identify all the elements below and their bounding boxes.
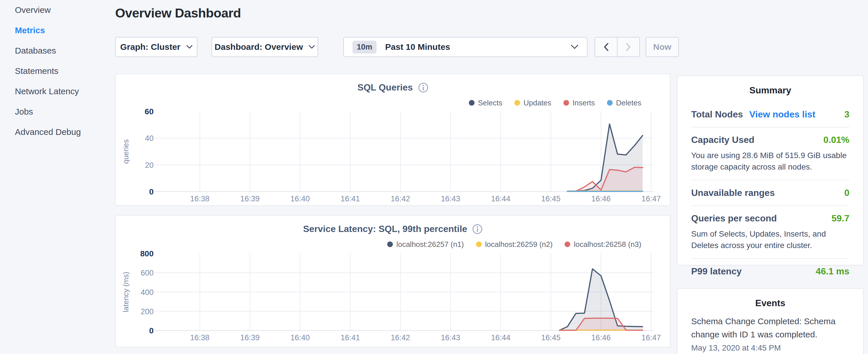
summary-panel: Summary Total Nodes View nodes list 3 Ca… — [677, 75, 864, 265]
svg-text:0: 0 — [149, 326, 154, 335]
svg-text:16:44: 16:44 — [491, 333, 510, 342]
capacity-used-label: Capacity Used — [691, 135, 754, 145]
sidebar-item-advanced-debug[interactable]: Advanced Debug — [15, 126, 110, 138]
chevron-down-icon — [571, 45, 578, 49]
p99-latency-value: 46.1 ms — [816, 266, 849, 277]
svg-text:16:40: 16:40 — [290, 333, 310, 342]
svg-text:40: 40 — [145, 134, 154, 142]
graph-dropdown-label: Graph: Cluster — [120, 42, 180, 52]
sidebar: Overview Metrics Databases Statements Ne… — [15, 4, 110, 146]
svg-text:16:46: 16:46 — [591, 333, 611, 342]
svg-text:16:47: 16:47 — [641, 333, 661, 342]
sidebar-item-metrics[interactable]: Metrics — [15, 24, 110, 37]
total-nodes-value: 3 — [844, 109, 849, 120]
chevron-down-icon — [309, 45, 315, 49]
svg-text:16:38: 16:38 — [190, 194, 210, 203]
sidebar-item-overview[interactable]: Overview — [15, 4, 110, 16]
svg-text:16:40: 16:40 — [290, 194, 310, 203]
total-nodes-row: Total Nodes View nodes list 3 — [691, 102, 849, 127]
unavailable-ranges-label: Unavailable ranges — [691, 188, 775, 198]
queries-per-second-value: 59.7 — [832, 213, 849, 224]
svg-text:latency (ms): latency (ms) — [122, 272, 130, 313]
prev-interval-button[interactable] — [595, 37, 618, 57]
now-button-label: Now — [653, 42, 671, 52]
time-range-label: Past 10 Minutes — [385, 42, 571, 52]
sql-queries-chart: 16:3816:3916:4016:4116:4216:4316:4416:45… — [116, 74, 671, 206]
events-panel: Events Schema Change Completed: Schema c… — [677, 288, 864, 354]
svg-text:16:46: 16:46 — [591, 194, 611, 203]
queries-per-second-description: Sum of Selects, Updates, Inserts, and De… — [691, 228, 849, 251]
summary-title: Summary — [691, 85, 849, 96]
events-title: Events — [691, 298, 849, 309]
p99-latency-label: P99 latency — [691, 266, 742, 277]
service-latency-panel: Service Latency: SQL, 99th percentile lo… — [115, 215, 671, 347]
svg-text:16:44: 16:44 — [491, 194, 510, 203]
chevron-right-icon — [626, 43, 631, 51]
sidebar-item-jobs[interactable]: Jobs — [15, 105, 110, 118]
service-latency-chart: 16:3816:3916:4016:4116:4216:4316:4416:45… — [116, 216, 671, 348]
svg-text:20: 20 — [145, 161, 154, 169]
svg-text:16:45: 16:45 — [541, 194, 560, 203]
svg-text:16:41: 16:41 — [340, 194, 360, 203]
unavailable-ranges-value: 0 — [844, 188, 849, 198]
sidebar-item-statements[interactable]: Statements — [15, 65, 110, 77]
time-range-badge: 10m — [352, 41, 376, 54]
svg-text:600: 600 — [141, 269, 154, 277]
graph-dropdown[interactable]: Graph: Cluster — [115, 37, 197, 57]
svg-text:400: 400 — [141, 288, 154, 297]
unavailable-ranges-row: Unavailable ranges 0 — [691, 181, 849, 206]
sidebar-item-network-latency[interactable]: Network Latency — [15, 85, 110, 98]
sidebar-item-databases[interactable]: Databases — [15, 44, 110, 57]
svg-text:200: 200 — [141, 307, 154, 316]
svg-text:16:45: 16:45 — [541, 333, 560, 342]
time-step-buttons — [595, 37, 640, 57]
svg-text:16:47: 16:47 — [641, 194, 661, 203]
svg-text:60: 60 — [145, 107, 154, 116]
capacity-used-value: 0.01% — [823, 135, 849, 145]
queries-per-second-label: Queries per second — [691, 213, 777, 224]
svg-text:16:41: 16:41 — [340, 333, 360, 342]
capacity-used-description: You are using 28.6 MiB of 515.9 GiB usab… — [691, 150, 849, 173]
svg-text:16:38: 16:38 — [190, 333, 210, 342]
event-text: Schema Change Completed: Schema change w… — [691, 315, 849, 341]
next-interval-button[interactable] — [618, 37, 639, 57]
total-nodes-label: Total Nodes — [691, 109, 743, 120]
dashboard-dropdown[interactable]: Dashboard: Overview — [212, 37, 318, 57]
svg-text:16:43: 16:43 — [441, 333, 460, 342]
queries-per-second-row: Queries per second 59.7 Sum of Selects, … — [691, 206, 849, 259]
capacity-used-row: Capacity Used 0.01% You are using 28.6 M… — [691, 127, 849, 181]
p99-latency-row: P99 latency 46.1 ms — [691, 259, 849, 284]
svg-text:16:42: 16:42 — [391, 333, 410, 342]
event-list-item[interactable]: Schema Change Completed: Schema change w… — [691, 315, 849, 353]
dashboard-dropdown-label: Dashboard: Overview — [215, 42, 303, 52]
page-title: Overview Dashboard — [115, 6, 241, 21]
svg-text:16:43: 16:43 — [441, 194, 460, 203]
sql-queries-panel: SQL Queries SelectsUpdatesInsertsDeletes… — [115, 74, 671, 206]
chevron-down-icon — [186, 45, 192, 49]
time-range-dropdown[interactable]: 10m Past 10 Minutes — [343, 37, 587, 57]
event-timestamp: May 13, 2020 at 4:45 PM — [691, 344, 849, 353]
view-nodes-list-link[interactable]: View nodes list — [749, 109, 815, 120]
svg-text:16:39: 16:39 — [240, 333, 260, 342]
now-button[interactable]: Now — [646, 37, 679, 57]
svg-text:800: 800 — [140, 249, 154, 258]
svg-text:0: 0 — [149, 187, 154, 196]
svg-text:16:39: 16:39 — [240, 194, 260, 203]
chevron-left-icon — [603, 43, 609, 51]
svg-text:16:42: 16:42 — [391, 194, 410, 203]
svg-text:queries: queries — [122, 139, 130, 164]
